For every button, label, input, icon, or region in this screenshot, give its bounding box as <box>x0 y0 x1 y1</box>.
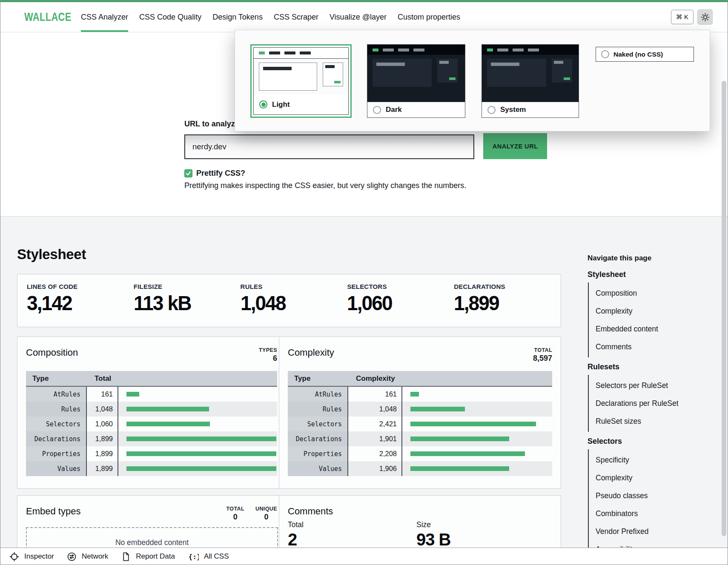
composition-bar <box>126 422 210 426</box>
composition-bar <box>126 451 276 456</box>
statusbar-all-css[interactable]: {:} All CSS <box>188 552 229 562</box>
table-header: Type Total <box>26 371 277 387</box>
page-nav-item-selectors-complexity[interactable]: Complexity <box>596 469 711 487</box>
tab-css-code-quality[interactable]: CSS Code Quality <box>139 2 201 32</box>
dark-radio[interactable] <box>373 106 381 114</box>
checkmark-icon <box>185 170 192 177</box>
theme-option-light[interactable]: Light <box>250 44 352 118</box>
table-row: AtRules 161 <box>26 387 277 402</box>
composition-bar <box>126 407 209 411</box>
embed-types-title: Embed types <box>26 506 80 517</box>
theme-picker-panel: Light Dark <box>235 30 710 131</box>
table-row: Values 1,899 <box>26 461 277 476</box>
statusbar-network[interactable]: Network <box>67 552 108 562</box>
devtools-statusbar: Inspector Network Report Data {:} All CS… <box>0 548 728 565</box>
table-row: Declarations 1,901 <box>288 431 552 446</box>
complexity-total-meta: TOTAL 8,597 <box>533 347 552 363</box>
prettify-checkbox[interactable] <box>184 169 192 177</box>
tab-css-analyzer[interactable]: CSS Analyzer <box>81 2 128 32</box>
preview-side-panel <box>437 59 458 83</box>
table-row: Properties 2,208 <box>288 446 552 461</box>
complexity-bar <box>410 422 536 426</box>
page-nav-item-embedded-content[interactable]: Embedded content <box>596 320 711 338</box>
page-nav-section-stylesheet[interactable]: Stylesheet <box>588 270 711 279</box>
preview-button-chip <box>449 77 456 80</box>
composition-bar <box>126 437 276 441</box>
page-nav-item-combinators[interactable]: Combinators <box>596 505 711 522</box>
page-nav-item-composition[interactable]: Composition <box>596 284 711 302</box>
preview-text-bar <box>439 61 449 64</box>
preview-nav-chip <box>383 49 394 51</box>
dark-label: Dark <box>386 106 402 114</box>
complexity-bar <box>410 437 509 441</box>
page-nav-item-specificity[interactable]: Specificity <box>596 451 711 469</box>
preview-navbar <box>367 45 465 55</box>
comments-title: Comments <box>288 506 333 517</box>
page-nav-item-ruleset-sizes[interactable]: RuleSet sizes <box>596 412 711 430</box>
page-nav-section-selectors[interactable]: Selectors <box>588 437 711 446</box>
composition-bar <box>126 392 139 397</box>
theme-preview-light: Light <box>253 47 349 115</box>
preview-nav-chip <box>497 49 508 51</box>
preview-text-bar <box>554 61 563 64</box>
table-row: Rules 1,048 <box>288 402 552 417</box>
theme-option-naked[interactable]: Naked (no CSS) <box>596 47 694 62</box>
statusbar-report-data[interactable]: Report Data <box>121 552 175 562</box>
preview-main-panel <box>373 59 432 87</box>
preview-body <box>482 55 579 102</box>
comments-size-metric: Size 93 B <box>416 520 545 548</box>
statusbar-inspector[interactable]: Inspector <box>9 552 54 562</box>
analyze-url-button[interactable]: ANALYZE URL <box>483 133 547 159</box>
theme-toggle-button[interactable] <box>697 9 713 25</box>
nav-actions: ⌘ K <box>671 9 713 25</box>
tab-design-tokens[interactable]: Design Tokens <box>212 2 263 32</box>
tab-visualize-layer[interactable]: Visualize @layer <box>330 2 387 32</box>
complexity-bar <box>410 392 419 397</box>
complexity-bar <box>410 451 525 456</box>
theme-option-dark[interactable]: Dark <box>367 44 465 118</box>
tab-css-scraper[interactable]: CSS Scraper <box>274 2 318 32</box>
preview-nav-chip <box>284 51 295 54</box>
page-nav-section-rulesets[interactable]: Rulesets <box>588 362 711 371</box>
preview-text-bar <box>376 63 405 66</box>
page-nav-item-pseudo-classes[interactable]: Pseudo classes <box>596 487 711 505</box>
command-palette-shortcut-button[interactable]: ⌘ K <box>671 10 694 24</box>
top-navbar: WALLACE CSS Analyzer CSS Code Quality De… <box>0 2 728 32</box>
system-radio[interactable] <box>487 106 496 114</box>
preview-logo-chip <box>487 49 493 51</box>
preview-nav-chip <box>398 49 409 51</box>
page-scrollbar[interactable] <box>722 81 726 536</box>
inspector-crosshair-icon <box>9 552 19 562</box>
no-embedded-content-box: No embedded content <box>26 527 278 548</box>
theme-preview-system <box>482 45 579 102</box>
stat-lines-of-code: LINES OF CODE 3,142 <box>27 283 134 327</box>
page-nav-item-declarations-per-ruleset[interactable]: Declarations per RuleSet <box>596 394 711 412</box>
stat-selectors: SELECTORS 1,060 <box>347 283 454 327</box>
wallace-logo[interactable]: WALLACE <box>24 10 81 24</box>
naked-radio[interactable] <box>601 50 609 58</box>
table-row: Values 1,906 <box>288 461 552 476</box>
preview-nav-chip <box>513 49 524 51</box>
tab-custom-properties[interactable]: Custom properties <box>398 2 460 32</box>
theme-system-row: System <box>482 102 579 117</box>
preview-body <box>254 59 348 94</box>
page-nav-item-comments[interactable]: Comments <box>596 338 711 356</box>
nav-tabs: CSS Analyzer CSS Code Quality Design Tok… <box>81 2 460 32</box>
composition-card: Composition TYPES 6 Type Total AtRules 1… <box>17 337 286 489</box>
preview-nav-chip <box>413 49 424 51</box>
composition-table: Type Total AtRules 161 Rules 1,048 Selec… <box>26 371 277 476</box>
table-row: Rules 1,048 <box>26 402 277 417</box>
preview-text-bar <box>263 67 292 70</box>
page-nav-item-selectors-per-ruleset[interactable]: Selectors per RuleSet <box>596 377 711 394</box>
url-input[interactable] <box>184 134 474 159</box>
prettify-row: Prettify CSS? <box>184 169 245 178</box>
preview-nav-chip <box>269 51 280 54</box>
page-nav-item-complexity[interactable]: Complexity <box>596 302 711 320</box>
table-header: Type Complexity <box>288 371 552 387</box>
embed-total-meta: TOTAL 0 <box>226 506 244 522</box>
svg-text:{:}: {:} <box>188 553 199 561</box>
page-nav-item-vendor-prefixed[interactable]: Vendor Prefixed <box>596 522 711 540</box>
light-radio[interactable] <box>259 100 267 108</box>
theme-option-system[interactable]: System <box>482 44 579 118</box>
all-css-braces-icon: {:} <box>188 552 199 562</box>
